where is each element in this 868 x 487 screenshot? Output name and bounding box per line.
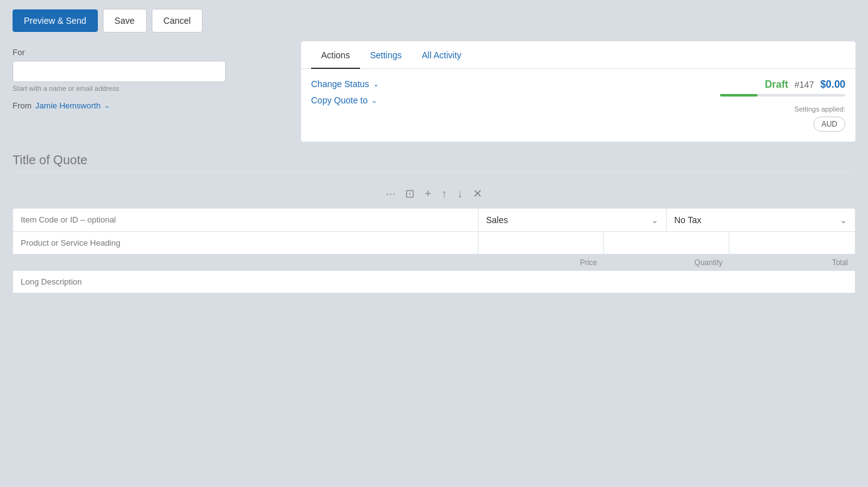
from-label: From	[13, 101, 31, 110]
more-icon[interactable]: ···	[386, 187, 395, 201]
copy-quote-chevron-icon: ⌄	[371, 97, 377, 105]
tabs-bar: Actions Settings All Activity	[301, 41, 855, 69]
tab-settings[interactable]: Settings	[360, 41, 412, 69]
settings-applied-label: Settings applied:	[795, 105, 845, 113]
draft-status: Draft	[765, 79, 788, 90]
product-price-cell	[479, 232, 604, 254]
image-icon[interactable]: ⊡	[405, 187, 415, 201]
quote-number: #147	[795, 80, 814, 90]
currency-badge[interactable]: AUD	[813, 117, 845, 132]
add-icon[interactable]: +	[425, 187, 431, 201]
quote-amount: $0.00	[820, 79, 845, 90]
from-name[interactable]: Jamie Hemsworth	[35, 101, 100, 110]
account-chevron-icon: ⌄	[651, 215, 659, 225]
total-footer-label: Total	[722, 258, 848, 267]
long-desc-input[interactable]	[13, 271, 855, 293]
change-status-label: Change Status	[311, 79, 369, 89]
for-label: For	[13, 48, 301, 57]
quantity-footer-label: Quantity	[597, 258, 722, 267]
from-row: From Jamie Hemsworth ⌄	[13, 101, 301, 110]
line-item-desc-cell	[13, 209, 479, 231]
price-footer-label: Price	[472, 258, 597, 267]
change-status-link[interactable]: Change Status ⌄	[311, 79, 720, 89]
product-qty-cell	[604, 232, 729, 254]
tax-value: No Tax	[674, 215, 701, 225]
long-desc-row	[13, 271, 855, 293]
main-layout: For Start with a name or email address F…	[0, 41, 868, 142]
right-panel: Actions Settings All Activity Change Sta…	[301, 41, 855, 142]
save-button[interactable]: Save	[103, 9, 147, 33]
left-panel: For Start with a name or email address F…	[13, 41, 301, 142]
line-item-tax-cell: No Tax ⌄	[667, 209, 855, 231]
move-up-icon[interactable]: ↑	[442, 187, 447, 201]
line-items-toolbar: ··· ⊡ + ↑ ↓ ✕	[13, 179, 855, 208]
copy-quote-link[interactable]: Copy Quote to ⌄	[311, 95, 720, 105]
product-desc-cell	[13, 232, 479, 254]
progress-fill	[720, 94, 758, 97]
account-select[interactable]: Sales ⌄	[479, 209, 666, 231]
item-code-input[interactable]	[13, 209, 478, 231]
product-row	[13, 232, 855, 254]
change-status-chevron-icon: ⌄	[373, 80, 379, 88]
for-input[interactable]	[13, 61, 226, 82]
quote-title-input[interactable]	[13, 148, 855, 173]
line-item-account-cell: Sales ⌄	[479, 209, 667, 231]
tab-actions[interactable]: Actions	[311, 41, 360, 69]
from-chevron-icon[interactable]: ⌄	[104, 102, 110, 110]
footer-labels: Price Quantity Total	[13, 254, 855, 271]
product-heading-input[interactable]	[13, 232, 478, 254]
line-item-header-row: Sales ⌄ No Tax ⌄	[13, 208, 855, 232]
account-value: Sales	[486, 215, 508, 225]
move-down-icon[interactable]: ↓	[457, 187, 463, 201]
copy-quote-label: Copy Quote to	[311, 95, 368, 105]
actions-panel: Change Status ⌄ Copy Quote to ⌄ Draft #1…	[301, 69, 855, 142]
remove-icon[interactable]: ✕	[473, 187, 482, 201]
total-input[interactable]	[729, 232, 855, 254]
actions-right: Draft #147 $0.00 Settings applied: AUD	[720, 79, 845, 132]
product-total-cell	[729, 232, 855, 254]
tax-select[interactable]: No Tax ⌄	[667, 209, 855, 231]
draft-row: Draft #147 $0.00	[765, 79, 845, 90]
preview-send-button[interactable]: Preview & Send	[13, 9, 98, 32]
bottom-section: ··· ⊡ + ↑ ↓ ✕ Sales ⌄ No Tax ⌄	[0, 148, 868, 293]
quantity-input[interactable]	[604, 232, 729, 254]
actions-left: Change Status ⌄ Copy Quote to ⌄	[311, 79, 720, 132]
for-hint: Start with a name or email address	[13, 85, 301, 92]
cancel-button[interactable]: Cancel	[152, 9, 203, 33]
top-toolbar: Preview & Send Save Cancel	[0, 0, 868, 41]
price-input[interactable]	[479, 232, 603, 254]
tax-chevron-icon: ⌄	[840, 215, 847, 225]
tab-all-activity[interactable]: All Activity	[412, 41, 472, 69]
progress-bar	[720, 94, 845, 97]
